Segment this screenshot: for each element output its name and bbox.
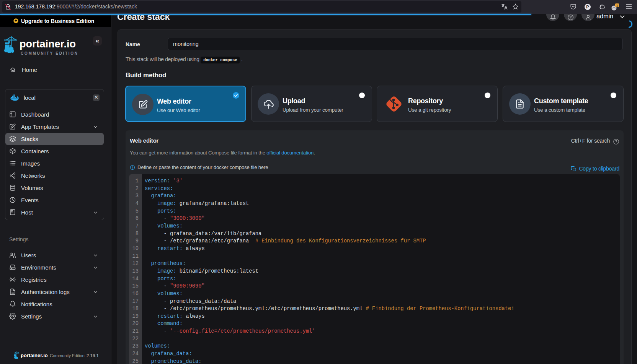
svg-text:P: P xyxy=(586,5,589,9)
svg-text:1: 1 xyxy=(616,4,618,7)
